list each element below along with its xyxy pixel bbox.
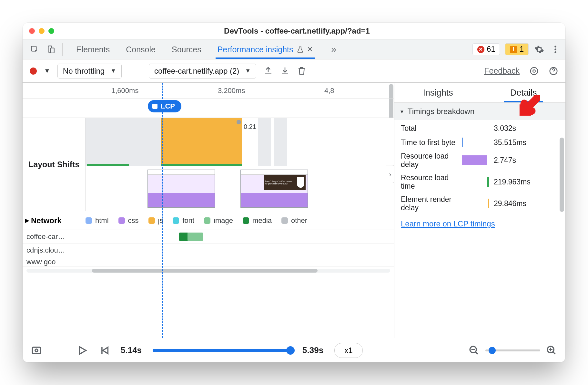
network-legend: html css js font image media other: [86, 216, 394, 225]
tab-elements[interactable]: Elements: [74, 40, 112, 59]
playback-speed[interactable]: x1: [334, 343, 362, 358]
ruler-tick: 4,8: [324, 87, 334, 95]
zoom-slider[interactable]: [485, 349, 540, 351]
flask-icon: [297, 46, 304, 53]
play-icon[interactable]: [77, 345, 88, 356]
svg-rect-9: [32, 347, 41, 354]
window-title: DevTools - coffee-cart.netlify.app/?ad=1: [54, 26, 540, 36]
swatch-html: [86, 217, 92, 224]
maximize-window-button[interactable]: [48, 28, 54, 34]
pane-expand-handle[interactable]: ›: [386, 165, 394, 183]
playback-slider[interactable]: [153, 349, 291, 352]
network-row-name: www goo: [23, 258, 86, 266]
page-select-label: coffee-cart.netlify.app (2): [154, 67, 239, 76]
import-icon[interactable]: [280, 66, 290, 76]
svg-point-5: [554, 51, 556, 53]
record-button[interactable]: [30, 68, 37, 75]
errors-badge[interactable]: ✕ 61: [472, 43, 500, 55]
main-pane: 1,600ms 3,200ms 4,8 LCP Layout Shifts: [23, 83, 565, 338]
side-scrollbar[interactable]: [560, 138, 564, 212]
horizontal-scrollbar[interactable]: [23, 267, 394, 274]
zoom-in-icon[interactable]: [546, 345, 557, 356]
chevron-down-icon: ▼: [245, 68, 251, 74]
svg-point-3: [554, 46, 556, 47]
svg-point-7: [533, 70, 535, 72]
metric-resource-load-time: Resource load time 219.963ms: [401, 173, 559, 191]
settings-icon[interactable]: [534, 44, 545, 55]
metric-element-render-delay: Element render delay 29.846ms: [401, 195, 559, 212]
zoom-out-icon[interactable]: [469, 345, 480, 356]
trash-icon[interactable]: [297, 66, 307, 76]
error-icon: ✕: [477, 46, 484, 53]
throttling-label: No throttling: [63, 67, 105, 76]
help-icon[interactable]: [549, 66, 558, 76]
network-title: Network: [31, 216, 62, 225]
rewind-start-icon[interactable]: [99, 345, 110, 356]
tab-console[interactable]: Console: [124, 40, 157, 59]
network-row-name: cdnjs.clou…: [23, 246, 86, 255]
network-rows: coffee-car… cdnjs.clou… www goo: [23, 230, 394, 267]
cls-value: 0.21: [244, 123, 256, 130]
network-row[interactable]: coffee-car…: [23, 230, 394, 244]
metric-resource-load-delay: Resource load delay 2.747s: [401, 152, 559, 169]
inspect-element-icon[interactable]: [27, 42, 42, 57]
filmstrip-thumbnail[interactable]: [147, 170, 215, 208]
section-title: Timings breakdown: [408, 107, 474, 116]
learn-more: Learn more on LCP timings: [394, 214, 565, 234]
record-menu-caret-icon[interactable]: ▼: [44, 67, 50, 75]
thumbnail-banner-text: Free 1 bag of coffee beans for purchase …: [265, 180, 295, 185]
side-tab-insights[interactable]: Insights: [417, 83, 460, 102]
divider: [62, 43, 63, 56]
network-row[interactable]: www goo: [23, 257, 394, 267]
page-select[interactable]: coffee-cart.netlify.app (2) ▼: [149, 64, 256, 78]
playhead-time: 5.14s: [121, 345, 142, 355]
lcp-label: LCP: [161, 102, 175, 110]
swatch-css: [118, 217, 125, 224]
devtools-tab-bar: Elements Console Sources Performance ins…: [23, 39, 565, 59]
network-row[interactable]: cdnjs.clou…: [23, 244, 394, 257]
filmstrip-thumbnail[interactable]: Free 1 bag of coffee beans for purchase …: [240, 170, 308, 208]
swatch-image: [204, 217, 210, 224]
device-toolbar-icon[interactable]: [43, 42, 58, 57]
throttling-select[interactable]: No throttling ▼: [57, 64, 122, 78]
swatch-js: [148, 217, 155, 224]
panel-settings-icon[interactable]: [529, 66, 539, 76]
cls-marker[interactable]: [237, 120, 241, 124]
network-section-toggle[interactable]: ▶ Network: [23, 216, 86, 225]
details-column: Insights Details ▼ Timings breakdown Tot…: [394, 83, 565, 338]
swatch-media: [243, 217, 249, 224]
layout-shifts-track[interactable]: 0.21 Free 1 bag of coffee beans for purc…: [86, 118, 394, 211]
tab-sources[interactable]: Sources: [170, 40, 203, 59]
layout-shifts-label: Layout Shifts: [23, 118, 86, 211]
close-window-button[interactable]: [29, 28, 35, 34]
timings-track: LCP: [23, 99, 394, 118]
svg-rect-2: [51, 48, 54, 53]
toggle-preview-icon[interactable]: [31, 345, 42, 356]
caret-right-icon: ▶: [25, 217, 29, 224]
end-time: 5.39s: [302, 345, 323, 355]
warnings-count: 1: [520, 45, 524, 54]
learn-more-link[interactable]: Learn more on LCP timings: [401, 219, 495, 228]
more-tabs-icon[interactable]: »: [331, 44, 337, 55]
slider-knob[interactable]: [286, 346, 295, 355]
time-ruler[interactable]: 1,600ms 3,200ms 4,8: [23, 83, 394, 99]
swatch-other: [281, 217, 288, 224]
caret-down-icon: ▼: [400, 109, 404, 114]
zoom-knob[interactable]: [489, 347, 496, 354]
tab-performance-insights[interactable]: Performance insights ✕: [216, 40, 315, 59]
warnings-badge[interactable]: ! 1: [505, 43, 529, 55]
timeline-column: 1,600ms 3,200ms 4,8 LCP Layout Shifts: [23, 83, 394, 338]
lcp-marker[interactable]: LCP: [148, 100, 181, 112]
more-menu-icon[interactable]: [550, 44, 561, 55]
network-header: ▶ Network html css js font image media o…: [23, 211, 394, 230]
close-tab-icon[interactable]: ✕: [307, 45, 313, 54]
export-icon[interactable]: [263, 66, 273, 76]
minimize-window-button[interactable]: [39, 28, 45, 34]
errors-count: 61: [487, 45, 495, 54]
playback-bar: 5.14s 5.39s x1: [23, 338, 565, 362]
svg-point-6: [531, 67, 538, 75]
tab-label: Performance insights: [218, 45, 293, 54]
svg-point-4: [554, 48, 556, 50]
annotation-arrow-icon: [518, 95, 540, 118]
feedback-link[interactable]: Feedback: [484, 66, 520, 76]
